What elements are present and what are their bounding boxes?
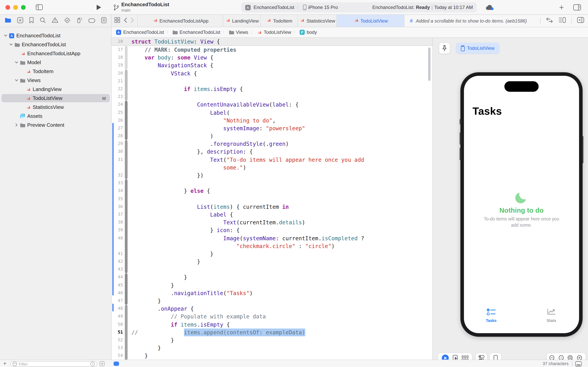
jump-bar[interactable]: EnchancedTodoList〉EnchancedTodoList〉View… <box>112 27 588 38</box>
tab-enchancedtodolistapp[interactable]: EnchancedTodoListApp <box>138 15 223 27</box>
code-line-39[interactable]: 39 } icon: { <box>112 226 432 234</box>
code-line-34[interactable]: 34 } else { <box>112 187 432 195</box>
zoom-window-button[interactable] <box>21 5 26 10</box>
code-line-10[interactable]: 10struct TodoListView: View { <box>112 38 432 45</box>
code-line-51[interactable]: 51// items.append(contentsOf: exampleDat… <box>112 328 432 336</box>
breadcrumb-todolistview[interactable]: TodoListView <box>256 30 291 35</box>
code-line-54[interactable]: 54 } <box>112 352 432 360</box>
project-navigator-icon[interactable] <box>5 17 11 24</box>
source-control-filter-icon[interactable] <box>100 361 105 366</box>
tree-item-preview-content[interactable]: Preview Content <box>0 121 111 129</box>
code-line-48[interactable]: 48 .onAppear { <box>112 305 432 313</box>
tree-item-statisticsview[interactable]: StatisticsView <box>0 103 111 112</box>
code-line-42[interactable]: 42 } <box>112 258 432 266</box>
code-line-17[interactable]: 17 // MARK: Computed properties <box>112 46 432 54</box>
code-line-37[interactable]: 37 Label { <box>112 211 432 218</box>
code-line-18[interactable]: 18 var body: some View { <box>112 54 432 61</box>
code-review-icon[interactable] <box>546 17 553 24</box>
tree-item-landingview[interactable]: LandingView <box>0 85 111 94</box>
pin-preview-button[interactable] <box>439 43 450 54</box>
toggle-navigator-icon[interactable] <box>36 4 43 10</box>
recent-files-clock-icon[interactable] <box>90 361 95 366</box>
bookmarks-navigator-icon[interactable] <box>29 17 34 25</box>
code-line-35[interactable]: 35 <box>112 195 432 203</box>
code-line-31[interactable]: 31 Text("To-do items will appear here on… <box>112 156 432 164</box>
editor-scrollbar[interactable] <box>428 47 430 81</box>
run-button[interactable] <box>96 4 101 10</box>
disclosure-open-icon[interactable] <box>3 34 8 37</box>
find-navigator-icon[interactable] <box>40 17 46 25</box>
tree-item-enchancedtodolistapp[interactable]: EnchancedTodoListApp <box>0 49 111 58</box>
code-line-45[interactable]: 45 } <box>112 281 432 289</box>
tab-statisticsview[interactable]: StatisticsView <box>298 15 337 27</box>
tree-item-todoitem[interactable]: TodoItem <box>0 67 111 76</box>
tab-todolistview[interactable]: TodoListView <box>337 15 404 27</box>
scheme-target[interactable]: EnchancedTodoList <box>253 5 294 10</box>
disclosure-open-icon[interactable] <box>8 43 14 46</box>
code-line-19[interactable]: 19 NavigationStack { <box>112 62 432 69</box>
code-line-20[interactable]: 20 VStack { <box>112 69 432 77</box>
tree-item-views[interactable]: Views <box>0 76 111 85</box>
toggle-inspector-icon[interactable] <box>573 4 581 10</box>
code-line-52[interactable]: 52 } <box>112 336 432 344</box>
tab-tasks[interactable]: Tasks <box>474 308 509 323</box>
tree-item-enchancedtodolist[interactable]: EnchancedTodoList <box>0 31 111 40</box>
tree-item-model[interactable]: Model <box>0 58 111 67</box>
breadcrumb-enchancedtodolist[interactable]: EnchancedTodoList <box>116 30 164 35</box>
tests-navigator-icon[interactable] <box>64 17 70 25</box>
code-line-40[interactable]: 40 Image(systemName: currentItem.isCompl… <box>112 234 432 242</box>
code-line-23[interactable]: 23 <box>112 93 432 101</box>
back-chevron-icon[interactable] <box>124 17 127 24</box>
code-line-30[interactable]: 30 }, description: { <box>112 148 432 156</box>
code-line-44[interactable]: 44 } <box>112 274 432 281</box>
scheme-destination[interactable]: iPhone 15 Pro <box>308 5 338 10</box>
add-button[interactable]: + <box>559 3 564 12</box>
close-window-button[interactable] <box>5 5 10 10</box>
code-line-38[interactable]: 38 Text(currentItem.details) <box>112 218 432 226</box>
tags-navigator-icon[interactable] <box>88 17 95 24</box>
code-line-49[interactable]: 49 // Populate with example data <box>112 313 432 321</box>
disclosure-open-icon[interactable] <box>14 61 19 64</box>
code-line-26[interactable]: 26 "Nothing to do", <box>112 117 432 124</box>
code-line-25[interactable]: 25 Label( <box>112 109 432 117</box>
preview-target-button[interactable]: TodoListView <box>456 43 499 54</box>
code-line-41[interactable]: 41 } <box>112 250 432 258</box>
navigator-filter-field[interactable]: Filter <box>10 361 97 367</box>
tree-item-enchancedtodolist[interactable]: EnchancedTodoList <box>0 40 111 49</box>
reports-navigator-icon[interactable] <box>101 17 107 25</box>
code-line-32[interactable]: 32 }) <box>112 171 432 179</box>
source-editor[interactable]: 10struct TodoListView: View { 17 // MARK… <box>112 38 432 360</box>
breadcrumb-body[interactable]: Pbody <box>299 30 317 35</box>
tab-stats[interactable]: Stats <box>534 308 569 323</box>
tree-item-assets[interactable]: Assets <box>0 112 111 121</box>
code-line-33[interactable]: 33 <box>112 179 432 187</box>
editor-bottom-bar-toggle-icon[interactable] <box>575 361 582 367</box>
code-line-wrap[interactable]: "checkmark.circle" : "circle") <box>112 242 432 250</box>
code-line-47[interactable]: 47 } <box>112 297 432 305</box>
disclosure-open-icon[interactable] <box>14 79 19 82</box>
editor-options-icon[interactable] <box>558 17 566 25</box>
add-editor-icon[interactable] <box>577 17 584 25</box>
tab-todoitem[interactable]: TodoItem <box>260 15 298 27</box>
source-control-navigator-icon[interactable] <box>17 17 23 25</box>
tree-item-todolistview[interactable]: TodoListViewM <box>0 94 111 103</box>
code-line-53[interactable]: 53 } <box>112 344 432 352</box>
issues-navigator-icon[interactable] <box>52 17 58 25</box>
related-items-grid-icon[interactable] <box>114 17 120 25</box>
minimize-window-button[interactable] <box>13 5 18 10</box>
code-line-27[interactable]: 27 systemImage: "powersleep" <box>112 125 432 132</box>
code-line-21[interactable]: 21 <box>112 77 432 85</box>
breadcrumb-views[interactable]: Views <box>228 30 248 35</box>
code-line-43[interactable]: 43 <box>112 266 432 274</box>
forward-chevron-icon[interactable] <box>131 17 134 24</box>
code-line-29[interactable]: 29 .foregroundStyle(.green) <box>112 140 432 148</box>
commit-tab[interactable]: # Added a scrollable list to show to-do … <box>404 15 536 27</box>
code-line-22[interactable]: 22 if items.isEmpty { <box>112 85 432 93</box>
preview-screen[interactable]: Tasks Nothing to do To-do items will app… <box>464 76 579 333</box>
code-line-50[interactable]: 50 if items.isEmpty { <box>112 321 432 328</box>
debug-navigator-icon[interactable] <box>76 17 83 25</box>
code-line-36[interactable]: 36 List(items) { currentItem in <box>112 203 432 211</box>
scheme-bar[interactable]: EnchancedTodoList 〉 iPhone 15 Pro Enchan… <box>241 2 477 12</box>
tab-landingview[interactable]: LandingView <box>223 15 260 27</box>
add-file-button[interactable]: + <box>3 360 7 367</box>
